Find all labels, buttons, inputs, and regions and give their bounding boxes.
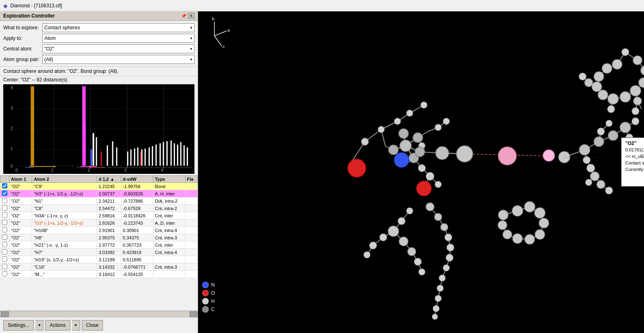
row-checkbox-cell[interactable] — [0, 197, 9, 205]
row-checkbox-cell[interactable] — [0, 234, 9, 241]
svg-text:Contact sphere with 1 H..A bon: Contact sphere with 1 H..A bond(s), 0 D.… — [625, 160, 644, 165]
table-container[interactable]: Atom 1 Atom 2 d 1,2 ▲ d-vdW Type Fla "O2… — [0, 175, 198, 311]
what-to-explore-select[interactable]: Contact spheres Coordination spheres Con… — [42, 23, 194, 32]
close-panel-button[interactable]: ✕ — [188, 13, 194, 19]
svg-point-228 — [633, 97, 642, 105]
central-atom-row: Central atom: "O2" "O3" "N1" — [3, 44, 194, 53]
table-row[interactable]: "O2""H16B"2.919010.30901Cnt, intra-4 — [0, 227, 198, 234]
table-row[interactable]: "O2""O3" (-1+x, 1/2-y, -1/2+z)2.81626-0.… — [0, 219, 198, 227]
svg-point-237 — [408, 248, 416, 256]
table-cell: -0.67528 — [121, 205, 153, 212]
col-atom2[interactable]: Atom 2 — [32, 176, 97, 183]
table-row[interactable]: "O2""H19" (x, 1/2-y, -1/2+z)3.121890.511… — [0, 256, 198, 263]
table-cell: -1.99756 — [121, 183, 153, 190]
row-checkbox-cell[interactable] — [0, 249, 9, 256]
table-cell: Cnt, intra-3 — [153, 263, 185, 271]
svg-point-181 — [378, 126, 384, 133]
svg-point-265 — [503, 230, 512, 239]
row-checkbox-cell[interactable] — [0, 227, 9, 234]
h-scrollbar[interactable] — [0, 311, 198, 317]
svg-point-232 — [579, 73, 586, 80]
table-row[interactable]: "O2""C9"1.22245-1.99756Bond — [0, 183, 198, 190]
svg-text:0: 0 — [15, 168, 18, 173]
row-checkbox[interactable] — [2, 183, 7, 188]
actions-button[interactable]: Actions — [45, 320, 70, 331]
row-checkbox[interactable] — [2, 205, 7, 210]
table-cell — [185, 234, 197, 241]
svg-text:1: 1 — [51, 168, 54, 173]
row-checkbox[interactable] — [2, 220, 7, 225]
pin-icon[interactable]: 📌 — [181, 13, 187, 19]
row-checkbox-cell[interactable] — [0, 241, 9, 249]
atom-group-pair-label: Atom group pair: — [3, 57, 40, 62]
row-checkbox-cell[interactable] — [0, 271, 9, 278]
row-checkbox-cell[interactable] — [0, 256, 9, 263]
svg-rect-50 — [140, 151, 141, 166]
svg-point-197 — [418, 164, 426, 172]
table-cell: 3.16412 — [97, 271, 121, 278]
svg-text:c: c — [223, 44, 225, 49]
central-atom-select[interactable]: "O2" "O3" "N1" — [42, 44, 194, 53]
col-dvdw[interactable]: d-vdW — [121, 176, 153, 183]
table-cell: "M..." — [32, 271, 97, 278]
svg-point-212 — [597, 180, 605, 188]
row-checkbox-cell[interactable] — [0, 190, 9, 197]
svg-point-192 — [417, 181, 431, 196]
what-to-explore-row: What to explore: Contact spheres Coordin… — [3, 23, 194, 32]
col-d12[interactable]: d 1,2 ▲ — [97, 176, 121, 183]
row-checkbox[interactable] — [2, 249, 7, 254]
svg-point-215 — [622, 48, 629, 56]
row-checkbox[interactable] — [2, 213, 7, 218]
row-checkbox[interactable] — [2, 256, 7, 262]
data-table: Atom 1 Atom 2 d 1,2 ▲ d-vdW Type Fla "O2… — [0, 175, 198, 278]
row-checkbox[interactable] — [2, 191, 7, 196]
table-row[interactable]: "O2""H7"3.033920.423919Cnt, intra-4 — [0, 249, 198, 256]
panel-header-buttons: 📌 ✕ — [181, 13, 194, 19]
table-row[interactable]: "O2""N1"2.34211-0.727886D/A, intra-2 — [0, 197, 198, 205]
row-checkbox-cell[interactable] — [0, 219, 9, 227]
col-type[interactable]: Type — [153, 176, 185, 183]
row-checkbox-cell[interactable] — [0, 205, 9, 212]
svg-point-198 — [426, 172, 434, 180]
row-checkbox[interactable] — [2, 227, 7, 232]
c-color-swatch — [202, 306, 209, 313]
col-atom1[interactable]: Atom 1 — [9, 176, 32, 183]
row-checkbox-cell[interactable] — [0, 183, 9, 190]
table-cell: "O2" — [9, 190, 32, 197]
row-checkbox-cell[interactable] — [0, 263, 9, 271]
settings-dropdown-arrow[interactable]: ▼ — [35, 320, 44, 331]
bottom-toolbar: Settings... ▼ Actions ▼ Close — [0, 317, 198, 333]
central-atom-label: Central atom: — [3, 46, 40, 52]
svg-point-236 — [399, 237, 408, 246]
svg-rect-49 — [187, 147, 188, 166]
atom-group-pair-select[interactable]: (All) O...H N...H — [42, 55, 194, 64]
svg-point-176 — [421, 102, 427, 108]
row-checkbox[interactable] — [2, 271, 7, 276]
table-row[interactable]: "O2""H3A" (-1+x, y, z)2.59816-0.0118426C… — [0, 212, 198, 219]
apply-to-select[interactable]: Atom Molecule All — [42, 34, 194, 43]
table-row[interactable]: "O2""H21" (-x, -y, 1-z)2.977720.367723Cn… — [0, 241, 198, 249]
table-row[interactable]: "O2""C16"3.14332-0.0766771Cnt, intra-3 — [0, 263, 198, 271]
row-checkbox[interactable] — [2, 234, 7, 240]
table-row[interactable]: "O2""H8"2.953750.34375Cnt, intra-3 — [0, 234, 198, 241]
row-checkbox-cell[interactable] — [0, 212, 9, 219]
legend-h-label: H — [211, 298, 215, 304]
svg-rect-30 — [91, 149, 92, 166]
svg-point-259 — [524, 202, 535, 212]
n-color-swatch — [202, 282, 209, 288]
col-flag[interactable]: Fla — [185, 176, 197, 183]
table-cell: "O2" — [9, 227, 32, 234]
atom-group-pair-row: Atom group pair: (All) O...H N...H — [3, 55, 194, 64]
row-checkbox[interactable] — [2, 198, 7, 203]
table-row[interactable]: "O2""M..."3.16412-0.554125 — [0, 271, 198, 278]
actions-dropdown-arrow[interactable]: ▼ — [72, 320, 80, 331]
svg-rect-48 — [183, 145, 185, 166]
table-row[interactable]: "O2""H3" (-1+x, 1/2-y, -1/2+z)2.00737-0.… — [0, 190, 198, 197]
close-button[interactable]: Close — [82, 320, 103, 331]
settings-button[interactable]: Settings... — [3, 320, 34, 331]
row-checkbox[interactable] — [2, 242, 7, 247]
row-checkbox[interactable] — [2, 264, 7, 269]
table-row[interactable]: "O2""C8"2.54472-0.67528Cnt, intra-2 — [0, 205, 198, 212]
svg-point-229 — [632, 107, 639, 115]
svg-point-223 — [592, 82, 602, 92]
